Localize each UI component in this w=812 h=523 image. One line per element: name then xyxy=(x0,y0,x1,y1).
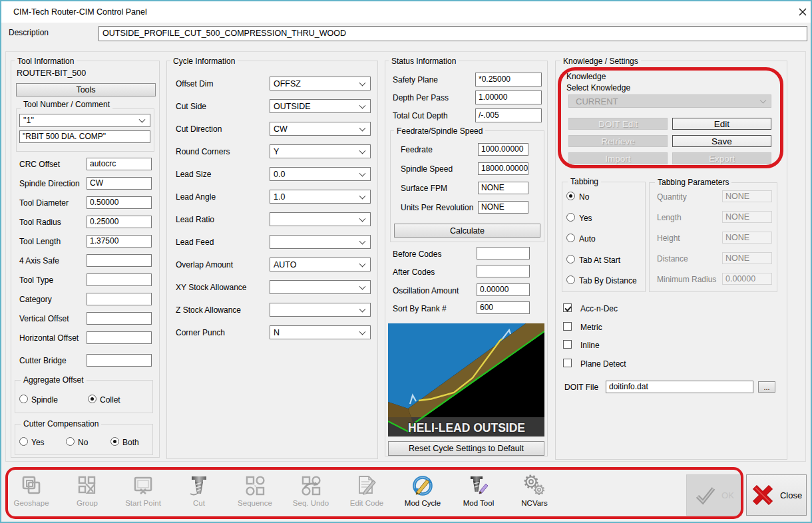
field-input[interactable] xyxy=(87,254,152,267)
radio-no[interactable] xyxy=(66,437,75,446)
toolbar-ncvars-button[interactable]: NCVars xyxy=(510,474,558,516)
cycle-combobox[interactable]: CW xyxy=(270,122,371,136)
field-label: Total Cut Depth xyxy=(393,111,448,120)
field-input[interactable] xyxy=(87,273,152,286)
field-input[interactable] xyxy=(87,354,152,367)
field-input[interactable]: 600 xyxy=(477,301,530,314)
field-input[interactable] xyxy=(87,312,152,325)
field-input[interactable]: 1000.00000 xyxy=(478,143,528,156)
cycle-combobox[interactable] xyxy=(270,280,371,294)
field-input[interactable]: 0.50000 xyxy=(87,196,152,209)
field-input[interactable] xyxy=(87,331,152,344)
field-input[interactable]: NONE xyxy=(722,232,772,244)
field-label: Z Stock Allowance xyxy=(176,305,241,315)
cycle-combobox[interactable]: OUTSIDE xyxy=(270,99,371,113)
doit-file-input[interactable]: doitinfo.dat xyxy=(606,381,753,393)
toolbar-mod-tool-button[interactable]: Mod Tool xyxy=(455,474,503,516)
radio-tabbing-auto[interactable] xyxy=(566,234,575,242)
field-input[interactable]: 0.00000 xyxy=(477,283,530,296)
toolbar-sequence-button[interactable]: Sequence xyxy=(231,474,279,516)
field-input[interactable]: 0.25000 xyxy=(87,216,152,228)
cycle-combobox[interactable] xyxy=(270,303,371,317)
tools-button[interactable]: Tools xyxy=(16,83,156,96)
checkbox-acc-n-dec[interactable] xyxy=(563,303,572,312)
start-point-icon xyxy=(131,474,155,498)
radio-tab-at-start[interactable] xyxy=(566,255,575,263)
radio-yes[interactable] xyxy=(19,437,28,446)
field-label: Height xyxy=(657,234,680,243)
field-input[interactable]: NONE xyxy=(722,211,772,223)
checkbox-metric[interactable] xyxy=(563,322,572,331)
close-button[interactable]: Close xyxy=(746,474,807,516)
cycle-combobox[interactable]: 1.0 xyxy=(270,190,371,204)
radio-collet[interactable] xyxy=(88,395,97,403)
field-input[interactable]: 1.00000 xyxy=(475,90,542,104)
toolbar-group-button[interactable]: Group xyxy=(63,474,111,516)
field-input[interactable] xyxy=(477,247,530,260)
radio-tabbing-yes[interactable] xyxy=(566,213,575,222)
doit-file-browse-button[interactable]: ... xyxy=(758,381,775,393)
toolbar-edit-code-button[interactable]: Edit Code xyxy=(343,474,391,516)
tool-information-title: Tool Information xyxy=(15,57,77,66)
toolbar-label: Mod Tool xyxy=(463,499,494,507)
field-input[interactable]: /-.005 xyxy=(475,108,542,122)
field-input[interactable]: *0.25000 xyxy=(475,73,542,87)
combo-value: 0.0 xyxy=(274,170,285,179)
window-close-button[interactable] xyxy=(795,4,811,20)
radio-both[interactable] xyxy=(110,437,119,446)
tool-number-combobox[interactable]: "1" xyxy=(19,114,150,127)
cycle-combobox[interactable]: N xyxy=(270,325,371,339)
export-button[interactable]: Export xyxy=(672,152,771,164)
toolbar-cut-button[interactable]: Cut xyxy=(175,474,223,516)
cycle-combobox[interactable]: Y xyxy=(270,144,371,158)
toolbar-seq-undo-button[interactable]: Seq. Undo xyxy=(287,474,335,516)
cycle-combobox[interactable]: OFFSZ xyxy=(270,77,371,90)
description-input[interactable]: OUTSIDE_PROFILE_CUT_500_COMPRESSION_THRU… xyxy=(99,26,807,41)
chevron-down-icon xyxy=(760,97,767,104)
field-input[interactable]: NONE xyxy=(722,190,772,202)
import-button[interactable]: Import xyxy=(568,152,668,164)
checkbox-inline[interactable] xyxy=(563,340,572,349)
field-label: Tool Diameter xyxy=(19,198,69,208)
field-input[interactable]: CW xyxy=(87,177,152,190)
calculate-button[interactable]: Calculate xyxy=(394,224,540,238)
edit-button[interactable]: Edit xyxy=(672,118,771,130)
checkbox-plane-detect[interactable] xyxy=(563,359,572,367)
field-input[interactable]: 1.37500 xyxy=(87,235,152,248)
radio-tab-by-distance[interactable] xyxy=(566,275,575,284)
cycle-combobox[interactable] xyxy=(270,235,371,249)
select-knowledge-combobox[interactable]: CURRENT xyxy=(568,94,771,108)
field-input[interactable] xyxy=(87,293,152,305)
chevron-down-icon xyxy=(359,79,366,86)
cycle-combobox[interactable]: AUTO xyxy=(270,258,371,271)
field-label: Lead Angle xyxy=(176,192,216,202)
ok-button[interactable]: OK xyxy=(686,474,742,516)
radio-spindle[interactable] xyxy=(19,395,28,403)
radio-tabbing-no[interactable] xyxy=(566,192,575,200)
sequence-icon xyxy=(243,474,267,498)
close-icon xyxy=(799,8,807,16)
doit-edit-button[interactable]: DOIT Edit xyxy=(568,118,668,130)
toolbar-mod-cycle-button[interactable]: Mod Cycle xyxy=(399,474,447,516)
cycle-combobox[interactable]: 0.0 xyxy=(270,167,371,181)
field-input[interactable]: 18000.00000 xyxy=(478,162,528,175)
field-input[interactable]: NONE xyxy=(478,182,528,194)
field-input[interactable]: 0.00000 xyxy=(722,273,772,285)
toolbar-label: Group xyxy=(77,499,98,507)
field-input[interactable]: NONE xyxy=(478,201,528,214)
field-input[interactable]: NONE xyxy=(722,252,772,264)
field-input[interactable]: autocrc xyxy=(87,158,152,170)
toolbar-start-point-button[interactable]: Start Point xyxy=(119,474,167,516)
checkbox-label: Acc-n-Dec xyxy=(580,304,618,313)
toolbar-geoshape-button[interactable]: Geoshape xyxy=(7,474,55,516)
cycle-information-title: Cycle Information xyxy=(170,57,238,66)
cycle-combobox[interactable] xyxy=(270,212,371,226)
field-input[interactable] xyxy=(477,265,530,277)
combo-value: 1.0 xyxy=(274,192,285,202)
close-label: Close xyxy=(780,490,802,500)
retrieve-button[interactable]: Retrieve xyxy=(568,135,668,147)
tool-comment-input[interactable]: "RBIT 500 DIA. COMP" xyxy=(19,130,150,143)
reset-cycle-button[interactable]: Reset Cycle Settings to Default xyxy=(388,441,544,456)
seq-undo-icon xyxy=(299,474,323,498)
save-button[interactable]: Save xyxy=(672,135,771,147)
